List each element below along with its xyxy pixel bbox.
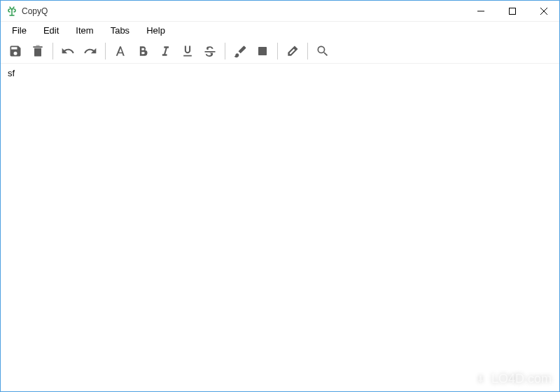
underline-icon [181,44,195,58]
background-button[interactable] [252,41,273,62]
redo-button[interactable] [80,41,101,62]
toolbar-divider [307,43,308,59]
toolbar-divider [225,43,225,59]
svg-rect-1 [509,8,515,14]
undo-icon [61,44,75,58]
svg-rect-4 [258,47,267,55]
titlebar: CopyQ [1,1,559,22]
undo-button[interactable] [57,41,78,62]
font-button[interactable] [110,41,131,62]
search-icon [316,44,330,58]
foreground-button[interactable] [230,41,251,62]
strikethrough-icon [203,44,217,58]
italic-icon [158,44,172,58]
menu-edit[interactable]: Edit [35,24,67,37]
bold-icon [136,44,150,58]
app-icon [6,6,18,17]
underline-button[interactable] [177,41,198,62]
delete-button[interactable] [27,41,48,62]
content-area[interactable]: sf [1,64,559,391]
search-button[interactable] [312,41,333,62]
erase-button[interactable] [282,41,303,62]
toolbar-divider [52,43,53,59]
menubar: File Edit Item Tabs Help [1,22,559,38]
redo-icon [83,44,97,58]
titlebar-left: CopyQ [6,6,48,17]
close-button[interactable] [528,1,559,21]
italic-button[interactable] [155,41,176,62]
minimize-button[interactable] [465,1,496,21]
menu-item[interactable]: Item [67,24,102,37]
menu-tabs[interactable]: Tabs [102,24,138,37]
window-controls [465,1,559,21]
content-text: sf [8,68,15,78]
maximize-button[interactable] [496,1,528,21]
toolbar [1,38,559,64]
app-title: CopyQ [22,6,48,16]
save-icon [8,44,22,58]
window-frame: CopyQ File Edit Item Tabs Help [0,0,560,392]
square-icon [256,45,269,57]
bold-button[interactable] [132,41,153,62]
font-icon [113,44,127,58]
menu-help[interactable]: Help [138,24,174,37]
trash-icon [31,44,45,58]
toolbar-divider [105,43,106,59]
save-button[interactable] [5,41,26,62]
strikethrough-button[interactable] [200,41,220,62]
brush-icon [233,44,247,58]
menu-file[interactable]: File [4,24,35,37]
eraser-icon [286,44,300,58]
toolbar-divider [277,43,278,59]
